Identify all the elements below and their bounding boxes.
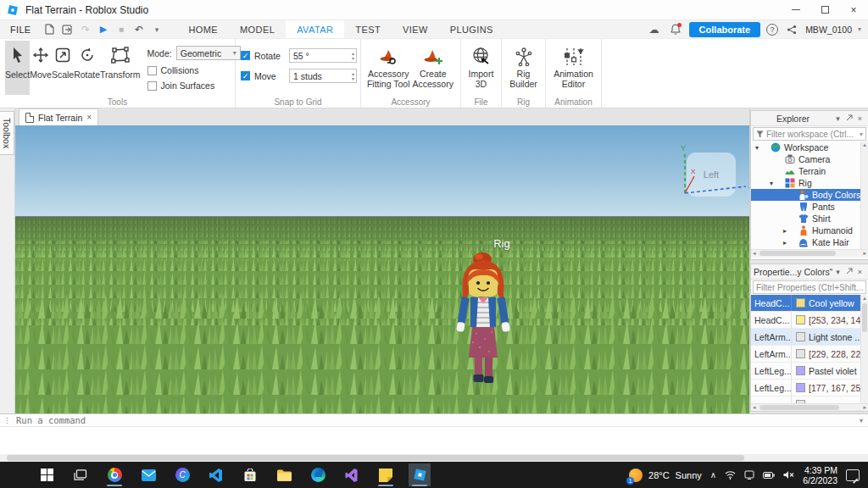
taskbar-clock[interactable]: 4:39 PM 6/2/2023 — [803, 465, 837, 485]
snap-rotate-checkbox[interactable]: ✓ — [241, 51, 250, 60]
bottom-scrollbar[interactable] — [0, 454, 868, 462]
tab-plugins[interactable]: PLUGINS — [439, 20, 504, 38]
tree-item-rig[interactable]: ▾ Rig — [751, 177, 868, 189]
scale-tool-button[interactable]: Scale — [52, 41, 74, 95]
taskbar-chrome-icon[interactable] — [103, 463, 125, 486]
notifications-bell-icon[interactable] — [668, 22, 683, 37]
stop-icon[interactable]: ■ — [113, 22, 129, 37]
maximize-button[interactable] — [810, 0, 839, 19]
start-button[interactable] — [36, 463, 58, 486]
help-icon[interactable]: ? — [766, 24, 778, 36]
property-row-leftarmcolor[interactable]: LeftArm... Light stone ... — [751, 329, 868, 346]
property-row-partial[interactable] — [751, 396, 868, 403]
properties-collapse-icon[interactable]: ▾ — [832, 268, 843, 276]
rig-group-label: Rig — [502, 97, 545, 107]
tab-test[interactable]: TEST — [344, 20, 392, 38]
join-surfaces-checkbox[interactable]: Join Surfaces — [147, 80, 241, 91]
rotate-tool-button[interactable]: Rotate — [74, 41, 100, 95]
create-accessory-button[interactable]: Create Accessory — [411, 41, 456, 89]
collisions-checkbox[interactable]: Collisions — [147, 65, 241, 75]
accessory-fitting-tool-button[interactable]: Accessory Fitting Tool — [366, 41, 411, 89]
explorer-horizontal-scrollbar[interactable]: ◂ ▸ — [751, 249, 868, 257]
tab-model[interactable]: MODEL — [229, 20, 286, 38]
action-center-icon[interactable] — [846, 469, 860, 481]
open-file-icon[interactable] — [59, 22, 75, 37]
transform-tool-button[interactable]: Transform — [100, 41, 140, 95]
property-row-headcolor[interactable]: HeadC... Cool yellow — [751, 295, 868, 312]
horizon-line — [15, 216, 749, 218]
task-view-button[interactable] — [70, 463, 92, 486]
properties-filter-input[interactable]: Filter Properties (Ctrl+Shift... ▾ — [753, 280, 866, 294]
new-file-icon[interactable] — [42, 22, 58, 37]
explorer-vertical-scrollbar[interactable]: ▴ — [860, 141, 868, 249]
wifi-icon[interactable] — [725, 470, 736, 480]
share-icon[interactable] — [784, 22, 799, 37]
volume-muted-icon[interactable] — [783, 470, 794, 480]
command-bar-handle[interactable]: ⋮ — [0, 416, 14, 424]
tree-item-workspace[interactable]: ▾ Workspace — [751, 141, 868, 153]
close-button[interactable]: × — [839, 0, 868, 19]
taskbar-canva-icon[interactable]: C — [171, 463, 193, 486]
viewport-3d[interactable]: Rig Left Y Z X — [15, 125, 749, 413]
snap-rotate-input[interactable]: 55 ° ▴▾ — [289, 48, 357, 63]
tray-device-icon[interactable] — [744, 470, 754, 480]
taskbar-store-icon[interactable] — [239, 463, 261, 486]
taskbar-sticky-notes-icon[interactable] — [375, 463, 397, 486]
redo-icon[interactable]: ↷ — [77, 22, 93, 37]
tree-item-camera[interactable]: Camera — [751, 153, 868, 165]
tree-item-terrain[interactable]: Terrain — [751, 165, 868, 177]
properties-close-icon[interactable]: × — [854, 268, 865, 276]
tree-item-pants[interactable]: Pants — [751, 201, 868, 213]
properties-popout-icon[interactable] — [843, 268, 854, 276]
undo-icon[interactable]: ↶ — [131, 22, 147, 37]
properties-vertical-scrollbar[interactable]: ▴ — [860, 295, 868, 403]
tree-item-humanoid[interactable]: ▸ Humanoid — [751, 225, 868, 236]
tab-close-icon[interactable]: × — [86, 113, 92, 122]
minimize-button[interactable] — [782, 0, 810, 19]
tab-avatar[interactable]: AVATAR — [286, 20, 344, 38]
viewport-tab-flat-terrain[interactable]: Flat Terrain × — [19, 108, 98, 125]
property-row-leftlegcolor3[interactable]: LeftLeg... [177, 167, 255] — [751, 380, 868, 396]
taskbar-roblox-studio-icon[interactable] — [409, 463, 431, 486]
snap-move-input[interactable]: 1 studs ▴▾ — [289, 69, 357, 83]
property-row-leftarmcolor3[interactable]: LeftArm... [229, 228, 223] — [751, 346, 868, 363]
explorer-collapse-icon[interactable]: ▾ — [832, 114, 843, 123]
tree-item-body-colors[interactable]: Body Colors — [751, 189, 868, 201]
battery-icon[interactable] — [763, 472, 775, 479]
explorer-close-icon[interactable]: × — [854, 114, 865, 123]
taskbar-visual-studio-icon[interactable] — [341, 463, 363, 486]
properties-horizontal-scrollbar[interactable]: ◂ ▸ — [751, 403, 868, 411]
command-input[interactable] — [14, 414, 860, 426]
property-row-leftlegcolor[interactable]: LeftLeg... Pastel violet — [751, 363, 868, 380]
collaborate-button[interactable]: Collaborate — [689, 22, 761, 37]
snap-move-checkbox[interactable]: ✓ — [241, 71, 250, 80]
command-bar-caret-icon[interactable]: ▾ — [860, 417, 868, 424]
tray-chevron-up-icon[interactable]: ∧ — [710, 470, 716, 480]
taskbar-edge-icon[interactable] — [307, 463, 329, 486]
tree-item-kate-hair[interactable]: ▸ Kate Hair — [751, 236, 868, 248]
username-label[interactable]: MBW_0100 — [805, 25, 852, 35]
select-tool-button[interactable]: Select — [5, 41, 30, 95]
rig-character[interactable] — [441, 249, 526, 393]
tree-item-shirt[interactable]: Shirt — [751, 213, 868, 225]
explorer-filter-input[interactable]: Filter workspace (Ctrl... ▾ — [753, 127, 866, 141]
taskbar-file-explorer-icon[interactable] — [273, 463, 295, 486]
toolbox-tab[interactable]: Toolbox — [0, 111, 14, 155]
property-row-headcolor3[interactable]: HeadC... [253, 234, 141] — [751, 312, 868, 329]
rig-builder-button[interactable]: Rig Builder — [507, 41, 540, 89]
user-menu-caret-icon[interactable]: ▾ — [858, 25, 861, 33]
explorer-popout-icon[interactable] — [843, 114, 854, 123]
taskbar-mail-icon[interactable] — [137, 463, 159, 486]
import-3d-button[interactable]: Import 3D — [466, 41, 496, 89]
animation-editor-button[interactable]: Animation Editor — [551, 41, 596, 89]
mode-select[interactable]: Geometric▾ — [176, 46, 241, 60]
quick-access-overflow-icon[interactable]: ▾ — [148, 22, 164, 37]
taskbar-weather-widget[interactable]: 1 28°C Sunny — [629, 469, 702, 482]
file-menu-button[interactable]: FILE — [0, 20, 41, 38]
move-tool-button[interactable]: Move — [30, 41, 52, 95]
play-icon[interactable]: ▶ — [95, 22, 111, 37]
tab-home[interactable]: HOME — [177, 20, 229, 38]
tab-view[interactable]: VIEW — [392, 20, 439, 38]
publish-cloud-icon[interactable]: ☁ — [647, 22, 662, 37]
taskbar-vscode-icon[interactable] — [205, 463, 227, 486]
